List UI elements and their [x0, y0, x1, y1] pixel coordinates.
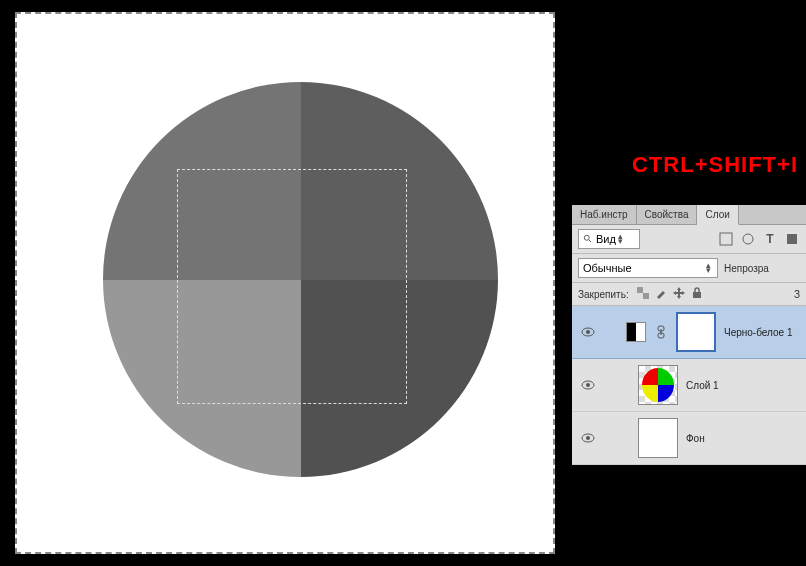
svg-point-0 — [584, 235, 589, 240]
filter-shape-icon[interactable] — [784, 231, 800, 247]
svg-rect-6 — [643, 293, 649, 299]
layers-panel: Наб.инстр Свойства Слои Вид ▴▾ T Обычные… — [572, 205, 806, 465]
visibility-toggle[interactable] — [578, 327, 598, 337]
svg-rect-2 — [720, 233, 732, 245]
lock-icons — [637, 287, 703, 301]
lock-transparency-icon[interactable] — [637, 287, 649, 301]
layer-name[interactable]: Фон — [686, 433, 705, 444]
filter-icons: T — [718, 231, 800, 247]
dropdown-arrows-icon: ▴▾ — [616, 234, 626, 244]
svg-point-3 — [743, 234, 753, 244]
lock-brush-icon[interactable] — [655, 287, 667, 301]
layer-filter-toolbar: Вид ▴▾ T — [572, 225, 806, 254]
layer-row-adjustment[interactable]: Черно-белое 1 — [572, 306, 806, 359]
canvas-selection-area[interactable] — [15, 12, 555, 554]
blend-mode-value: Обычные — [583, 262, 632, 274]
layer-thumb-art — [642, 368, 674, 402]
shortcut-label: CTRL+SHIFT+I — [632, 152, 798, 178]
layer-row-content[interactable]: Слой 1 — [572, 359, 806, 412]
lock-label: Закрепить: — [578, 289, 629, 300]
layer-list: Черно-белое 1 Слой 1 Фон — [572, 306, 806, 465]
lock-move-icon[interactable] — [673, 287, 685, 301]
tab-properties[interactable]: Свойства — [637, 205, 698, 224]
layer-thumb[interactable] — [638, 418, 678, 458]
tab-layers[interactable]: Слои — [697, 205, 738, 225]
svg-point-14 — [586, 383, 590, 387]
lock-all-icon[interactable] — [691, 287, 703, 301]
search-icon — [583, 234, 593, 244]
svg-line-1 — [589, 240, 592, 243]
layer-name[interactable]: Слой 1 — [686, 380, 719, 391]
layer-name[interactable]: Черно-белое 1 — [724, 327, 792, 338]
filter-pixel-icon[interactable] — [718, 231, 734, 247]
svg-point-16 — [586, 436, 590, 440]
lock-row: Закрепить: З — [572, 283, 806, 306]
visibility-toggle[interactable] — [578, 380, 598, 390]
dropdown-arrows-icon: ▴▾ — [703, 263, 713, 273]
svg-rect-7 — [693, 292, 701, 298]
layer-thumb[interactable] — [638, 365, 678, 405]
svg-rect-5 — [637, 287, 643, 293]
svg-rect-4 — [787, 234, 797, 244]
marquee-selection[interactable] — [177, 169, 407, 404]
adjustment-thumb[interactable] — [626, 322, 646, 342]
filter-label: Вид — [596, 233, 616, 245]
blend-mode-row: Обычные ▴▾ Непрозра — [572, 254, 806, 283]
visibility-toggle[interactable] — [578, 433, 598, 443]
svg-point-9 — [586, 330, 590, 334]
opacity-label: Непрозра — [724, 263, 769, 274]
panel-tabs: Наб.инстр Свойства Слои — [572, 205, 806, 225]
layer-row-background[interactable]: Фон — [572, 412, 806, 465]
tab-navigator[interactable]: Наб.инстр — [572, 205, 637, 224]
fill-label: З — [794, 289, 800, 300]
filter-adjust-icon[interactable] — [740, 231, 756, 247]
filter-type-icon[interactable]: T — [762, 231, 778, 247]
filter-type-select[interactable]: Вид ▴▾ — [578, 229, 640, 249]
mask-thumb[interactable] — [676, 312, 716, 352]
blend-mode-select[interactable]: Обычные ▴▾ — [578, 258, 718, 278]
link-icon[interactable] — [654, 325, 668, 339]
